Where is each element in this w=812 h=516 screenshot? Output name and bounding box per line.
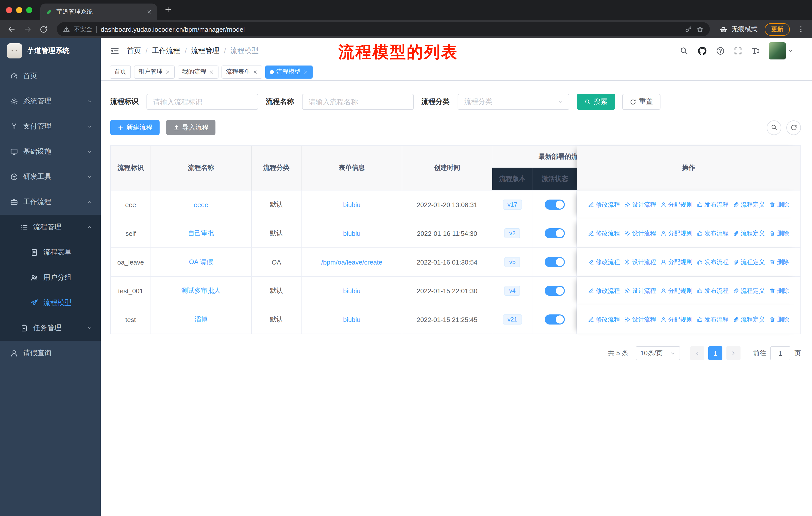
forward-icon[interactable] (23, 25, 32, 34)
search-button[interactable]: 搜索 (577, 94, 615, 110)
address-bar[interactable]: 不安全 dashboard.yudao.iocoder.cn/bpm/manag… (57, 22, 710, 36)
active-toggle[interactable] (545, 257, 564, 267)
version-tag[interactable]: v2 (505, 228, 520, 239)
refresh-table-button[interactable] (786, 120, 801, 135)
action-design-link[interactable]: 设计流程 (625, 258, 656, 266)
create-process-button[interactable]: 新建流程 (110, 120, 160, 135)
reset-button[interactable]: 重置 (622, 94, 661, 110)
form-info-link[interactable]: biubiu (343, 201, 360, 208)
process-name-input[interactable] (302, 94, 414, 110)
version-tag[interactable]: v21 (503, 315, 522, 325)
github-icon[interactable] (697, 46, 707, 56)
view-tab-my-process[interactable]: 我的流程 (178, 65, 219, 78)
action-design-link[interactable]: 设计流程 (625, 229, 656, 238)
sidebar-item-workflow[interactable]: 工作流程 (0, 189, 101, 215)
search-icon[interactable] (679, 46, 689, 55)
action-delete-link[interactable]: 删除 (770, 258, 789, 266)
close-icon[interactable] (303, 69, 308, 74)
active-toggle[interactable] (545, 315, 564, 325)
action-publish-link[interactable]: 发布流程 (697, 200, 729, 209)
active-toggle[interactable] (545, 286, 564, 296)
action-definition-link[interactable]: 流程定义 (733, 287, 765, 295)
action-publish-link[interactable]: 发布流程 (697, 315, 729, 324)
action-delete-link[interactable]: 删除 (770, 315, 789, 324)
sidebar-item-process-management[interactable]: 流程管理 (0, 215, 101, 240)
form-info-link[interactable]: biubiu (343, 316, 360, 323)
action-design-link[interactable]: 设计流程 (625, 200, 656, 209)
view-tab-home[interactable]: 首页 (110, 65, 131, 78)
action-definition-link[interactable]: 流程定义 (733, 200, 765, 209)
model-name-link[interactable]: OA 请假 (189, 257, 213, 267)
sidebar-item-leave-query[interactable]: 请假查询 (0, 341, 101, 366)
form-info-link[interactable]: biubiu (343, 229, 360, 237)
action-definition-link[interactable]: 流程定义 (733, 258, 765, 266)
prev-page-button[interactable] (690, 346, 704, 360)
sidebar-item-system[interactable]: 系统管理 (0, 89, 101, 114)
help-icon[interactable] (716, 46, 725, 55)
page-number-current[interactable]: 1 (708, 346, 722, 360)
action-design-link[interactable]: 设计流程 (625, 315, 656, 324)
font-size-icon[interactable] (751, 46, 760, 55)
bookmark-star-icon[interactable] (696, 25, 704, 33)
model-name-link[interactable]: 测试多审批人 (181, 286, 221, 295)
collapse-menu-icon[interactable] (110, 46, 120, 56)
action-modify-link[interactable]: 修改流程 (588, 315, 620, 324)
action-assign-link[interactable]: 分配规则 (661, 287, 692, 295)
active-toggle[interactable] (545, 228, 564, 238)
next-page-button[interactable] (726, 346, 741, 360)
goto-page-input[interactable] (770, 346, 790, 360)
active-toggle[interactable] (545, 199, 564, 210)
view-tab-process-form[interactable]: 流程表单 (222, 65, 262, 78)
view-tab-process-model[interactable]: 流程模型 (265, 65, 313, 78)
sidebar-item-payment[interactable]: 支付管理 (0, 114, 101, 139)
action-assign-link[interactable]: 分配规则 (661, 200, 692, 209)
action-publish-link[interactable]: 发布流程 (697, 287, 729, 295)
sidebar-item-task-management[interactable]: 任务管理 (0, 316, 101, 341)
update-button[interactable]: 更新 (765, 23, 790, 35)
action-definition-link[interactable]: 流程定义 (733, 229, 765, 238)
toggle-search-button[interactable] (767, 120, 781, 135)
breadcrumb-process-management[interactable]: 流程管理 (191, 46, 220, 55)
action-assign-link[interactable]: 分配规则 (661, 315, 692, 324)
browser-menu-icon[interactable] (797, 25, 805, 33)
window-minimize-button[interactable] (16, 7, 22, 13)
close-icon[interactable] (165, 69, 170, 74)
model-name-link[interactable]: 滔博 (194, 315, 207, 324)
action-publish-link[interactable]: 发布流程 (697, 229, 729, 238)
tab-close-icon[interactable] (146, 9, 152, 15)
window-close-button[interactable] (6, 7, 12, 13)
category-select[interactable]: 流程分类 (458, 94, 569, 110)
action-modify-link[interactable]: 修改流程 (588, 200, 620, 209)
sidebar-item-process-model[interactable]: 流程模型 (0, 290, 101, 316)
window-zoom-button[interactable] (26, 7, 32, 13)
action-delete-link[interactable]: 删除 (770, 287, 789, 295)
back-icon[interactable] (7, 25, 16, 34)
action-delete-link[interactable]: 删除 (770, 200, 789, 209)
fullscreen-icon[interactable] (733, 46, 743, 55)
action-modify-link[interactable]: 修改流程 (588, 258, 620, 266)
sidebar-item-home[interactable]: 首页 (0, 63, 101, 89)
version-tag[interactable]: v4 (505, 286, 520, 296)
reload-icon[interactable] (39, 25, 48, 33)
action-modify-link[interactable]: 修改流程 (588, 229, 620, 238)
form-info-link[interactable]: /bpm/oa/leave/create (321, 258, 382, 266)
action-delete-link[interactable]: 删除 (770, 229, 789, 238)
model-name-link[interactable]: eeee (194, 201, 208, 208)
new-tab-button[interactable] (164, 5, 172, 16)
sidebar-item-process-form[interactable]: 流程表单 (0, 240, 101, 265)
action-design-link[interactable]: 设计流程 (625, 287, 656, 295)
breadcrumb-home[interactable]: 首页 (127, 46, 141, 55)
page-size-select[interactable]: 10条/页 (636, 346, 680, 360)
form-info-link[interactable]: biubiu (343, 287, 360, 295)
sidebar-item-infrastructure[interactable]: 基础设施 (0, 139, 101, 164)
action-publish-link[interactable]: 发布流程 (697, 258, 729, 266)
key-icon[interactable] (685, 25, 692, 33)
version-tag[interactable]: v17 (503, 199, 522, 210)
import-process-button[interactable]: 导入流程 (166, 120, 215, 135)
browser-tab[interactable]: 芋道管理系统 (40, 3, 157, 20)
sidebar-item-devtools[interactable]: 研发工具 (0, 164, 101, 189)
close-icon[interactable] (209, 69, 214, 74)
action-assign-link[interactable]: 分配规则 (661, 229, 692, 238)
view-tab-tenant[interactable]: 租户管理 (134, 65, 175, 78)
action-modify-link[interactable]: 修改流程 (588, 287, 620, 295)
